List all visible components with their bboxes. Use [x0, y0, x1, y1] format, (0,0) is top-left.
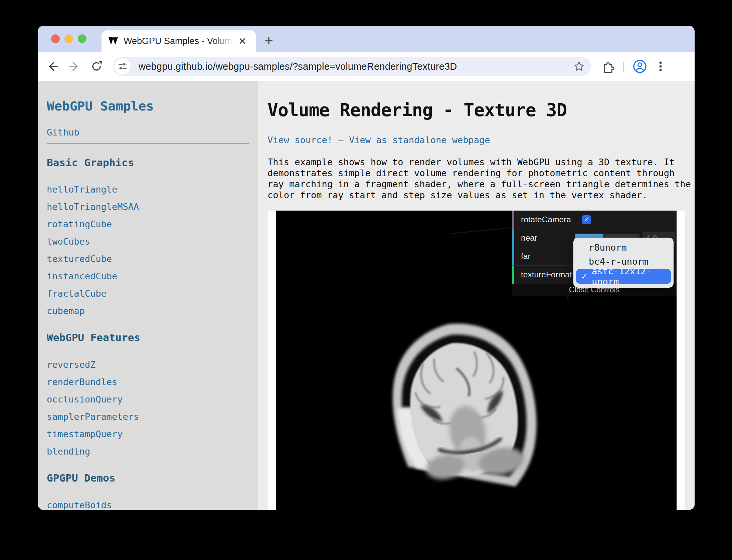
- sidebar-heading-webgpu-features: WebGPU Features: [47, 331, 258, 344]
- gui-label-textureformat: textureFormat: [521, 266, 572, 284]
- sidebar-item-timestampquery[interactable]: timestampQuery: [47, 426, 258, 443]
- view-source-link[interactable]: View source!: [267, 135, 333, 145]
- browser-tab[interactable]: WebGPU Samples - Volume R: [102, 30, 256, 52]
- webgpu-canvas[interactable]: rotateCamera ✓ near 4.0: [276, 211, 677, 510]
- sidebar-item-twocubes[interactable]: twoCubes: [47, 233, 258, 250]
- reload-icon[interactable]: [89, 59, 104, 74]
- forward-arrow-icon[interactable]: [67, 59, 82, 74]
- sidebar-item-samplerparameters[interactable]: samplerParameters: [47, 408, 258, 426]
- sidebar-item-computeboids[interactable]: computeBoids: [47, 497, 258, 510]
- sidebar-item-rotatingcube[interactable]: rotatingCube: [47, 216, 258, 233]
- tab-strip: WebGPU Samples - Volume R +: [38, 26, 695, 52]
- page-title: Volume Rendering - Texture 3D: [267, 100, 695, 120]
- tab-close-icon[interactable]: [236, 35, 248, 47]
- webgpu-logo-icon: [108, 36, 118, 46]
- gui-label-far: far: [521, 247, 531, 265]
- profile-avatar-icon[interactable]: [632, 59, 647, 74]
- gui-row-rotatecamera: rotateCamera ✓: [512, 211, 677, 229]
- toolbar-separator: [623, 62, 624, 72]
- bookmark-star-icon[interactable]: [573, 60, 585, 72]
- tab-title: WebGPU Samples - Volume R: [124, 36, 234, 46]
- standalone-webpage-link[interactable]: View as standalone webpage: [349, 135, 490, 145]
- sidebar-list-webgpu-features: reversedZ renderBundles occlusionQuery s…: [47, 356, 258, 460]
- sidebar-item-texturedcube[interactable]: texturedCube: [47, 250, 258, 268]
- page-content: WebGPU Samples Github Basic Graphics hel…: [38, 81, 695, 510]
- selected-option-label: astc-12x12-unorm: [592, 266, 671, 287]
- sample-description: This example shows how to render volumes…: [267, 157, 692, 201]
- gui-label-rotatecamera: rotateCamera: [521, 211, 571, 229]
- sidebar-item-occlusionquery[interactable]: occlusionQuery: [47, 391, 258, 408]
- sidebar-item-renderbundles[interactable]: renderBundles: [47, 373, 258, 391]
- address-bar[interactable]: webgpu.github.io/webgpu-samples/?sample=…: [113, 57, 591, 76]
- source-links-row: View source! — View as standalone webpag…: [267, 134, 695, 146]
- link-separator-dash: —: [338, 135, 349, 145]
- gui-label-near: near: [521, 229, 537, 247]
- sidebar-heading-gpgpu-demos: GPGPU Demos: [47, 472, 258, 484]
- tune-icon: [118, 61, 128, 71]
- site-settings-chip[interactable]: [115, 58, 131, 74]
- checkbox-check-icon: ✓: [584, 216, 590, 224]
- sidebar-item-instancedcube[interactable]: instancedCube: [47, 268, 258, 285]
- sidebar-heading-basic-graphics: Basic Graphics: [47, 156, 258, 169]
- sidebar: WebGPU Samples Github Basic Graphics hel…: [38, 81, 258, 510]
- zoom-traffic-light[interactable]: [78, 34, 86, 43]
- sidebar-list-gpgpu-demos: computeBoids: [47, 497, 258, 510]
- dropdown-option-r8unorm[interactable]: r8unorm: [573, 241, 674, 255]
- extensions-puzzle-icon[interactable]: [600, 59, 615, 74]
- sidebar-item-hellotrianglemsaa[interactable]: helloTriangleMSAA: [47, 198, 258, 216]
- sidebar-list-basic-graphics: helloTriangle helloTriangleMSAA rotating…: [47, 181, 258, 320]
- sidebar-item-hellotriangle[interactable]: helloTriangle: [47, 181, 258, 198]
- main-content: Volume Rendering - Texture 3D View sourc…: [258, 81, 695, 510]
- url-text[interactable]: webgpu.github.io/webgpu-samples/?sample=…: [139, 61, 457, 72]
- sidebar-item-blending[interactable]: blending: [47, 443, 258, 460]
- browser-window: WebGPU Samples - Volume R +: [38, 26, 695, 510]
- rotatecamera-checkbox[interactable]: ✓: [582, 215, 591, 224]
- close-traffic-light[interactable]: [51, 34, 60, 43]
- browser-toolbar: webgpu.github.io/webgpu-samples/?sample=…: [38, 52, 695, 81]
- sidebar-item-fractalcube[interactable]: fractalCube: [47, 285, 258, 302]
- sidebar-title: WebGPU Samples: [47, 98, 258, 114]
- minimize-traffic-light[interactable]: [64, 34, 73, 43]
- sidebar-divider: [47, 143, 249, 144]
- textureformat-dropdown-menu: r8unorm bc4-r-unorm ✓ astc-12x12-unorm: [573, 238, 674, 288]
- new-tab-button[interactable]: +: [261, 33, 277, 49]
- back-arrow-icon[interactable]: [45, 59, 60, 74]
- canvas-container: rotateCamera ✓ near 4.0: [268, 211, 685, 510]
- sidebar-item-cubemap[interactable]: cubemap: [47, 302, 258, 320]
- dropdown-option-astc-12x12-unorm[interactable]: ✓ astc-12x12-unorm: [576, 269, 671, 284]
- tab-title-fade: [210, 36, 234, 46]
- sidebar-item-reversedz[interactable]: reversedZ: [47, 356, 258, 373]
- selected-check-icon: ✓: [581, 272, 588, 281]
- kebab-menu-icon[interactable]: [653, 59, 668, 74]
- sidebar-github-link[interactable]: Github: [47, 127, 258, 138]
